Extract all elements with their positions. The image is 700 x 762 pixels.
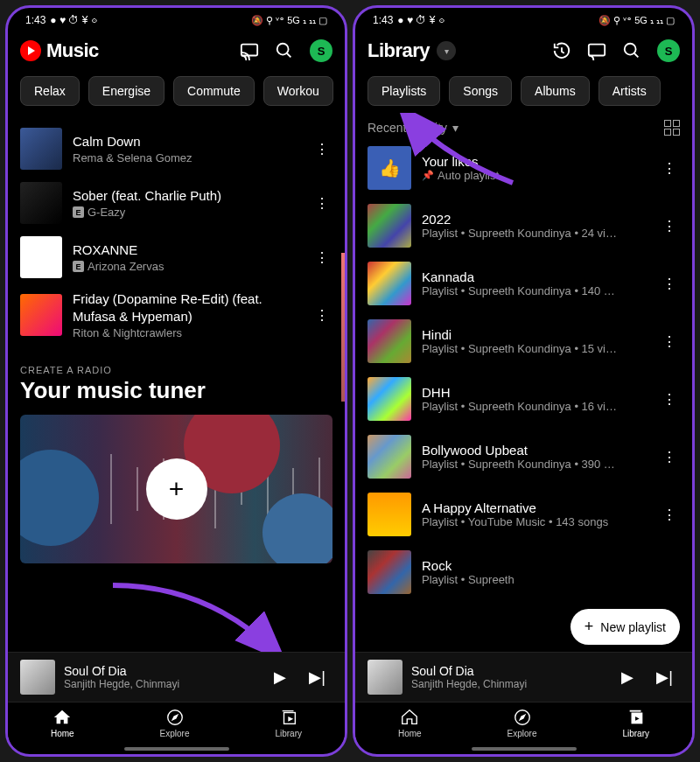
play-icon[interactable]: ▶ [614, 668, 640, 687]
playlist-row[interactable]: 👍 Your likes 📌Auto playlist ⋮ [368, 139, 680, 197]
history-icon[interactable] [552, 41, 571, 60]
cast-icon[interactable] [240, 41, 259, 60]
youtube-music-logo-icon [20, 40, 41, 61]
chip-albums[interactable]: Albums [521, 76, 590, 106]
status-time: 1:43 [373, 14, 393, 26]
song-row[interactable]: Friday (Dopamine Re-Edit) (feat. Mufasa … [20, 284, 332, 346]
account-avatar[interactable]: S [310, 39, 332, 62]
library-header: Library ▾ S [355, 32, 692, 69]
playlist-meta: Playlist • YouTube Music • 143 songs [422, 515, 648, 528]
playlist-title: Your likes [422, 154, 648, 169]
playlist-meta: Playlist • Supreeth Koundinya • 24 vi… [422, 227, 648, 240]
more-icon[interactable]: ⋮ [659, 276, 680, 292]
svg-rect-5 [589, 45, 605, 56]
playlist-row[interactable]: RockPlaylist • Supreeth [368, 543, 680, 601]
chip-commute[interactable]: Commute [173, 76, 255, 106]
nav-home[interactable]: Home [51, 708, 74, 738]
playlist-meta: Playlist • Supreeth Koundinya • 15 vi… [422, 342, 648, 355]
svg-line-2 [287, 53, 291, 58]
peek-next-card [341, 253, 345, 402]
next-icon[interactable]: ▶| [649, 668, 680, 687]
new-playlist-label: New playlist [600, 620, 666, 634]
cast-icon[interactable] [587, 41, 606, 60]
gesture-bar [124, 747, 229, 751]
song-artist: Arizona Zervas [88, 260, 164, 273]
more-icon[interactable]: ⋮ [659, 218, 680, 234]
playlist-thumbnail [368, 319, 411, 363]
mini-player[interactable]: Soul Of Dia Sanjith Hegde, Chinmayi ▶ ▶| [355, 652, 692, 702]
sort-dropdown[interactable]: Recent activity ▾ [368, 121, 458, 135]
next-icon[interactable]: ▶| [302, 668, 332, 687]
chip-energise[interactable]: Energise [88, 76, 164, 106]
chevron-down-icon[interactable]: ▾ [437, 41, 456, 60]
playlist-meta: Playlist • Supreeth [422, 573, 680, 586]
status-left-icons: ● ♥ ⏱ ¥ ⊙ [397, 14, 443, 26]
more-icon[interactable]: ⋮ [312, 141, 332, 157]
status-bar: 1:43 ● ♥ ⏱ ¥ ⊙ 🔕 ⚲ ᵛᵒ 5G ₁ ₁₁ ▢ [8, 8, 345, 32]
library-chip-row: Playlists Songs Albums Artists [355, 69, 692, 113]
playlist-row[interactable]: 2022Playlist • Supreeth Koundinya • 24 v… [368, 197, 680, 255]
search-icon[interactable] [622, 41, 641, 60]
more-icon[interactable]: ⋮ [659, 160, 680, 177]
chip-songs[interactable]: Songs [449, 76, 512, 106]
playlist-row[interactable]: Bollywood UpbeatPlaylist • Supreeth Koun… [368, 428, 680, 486]
music-tuner-card[interactable]: + [20, 415, 332, 563]
nav-library[interactable]: Library [275, 708, 302, 738]
status-right-icons: 🔕 ⚲ ᵛᵒ 5G ₁ ₁₁ ▢ [251, 15, 327, 26]
song-artist: G-Eazy [88, 206, 125, 219]
playlist-thumbnail [368, 550, 411, 594]
song-thumbnail [20, 182, 62, 224]
more-icon[interactable]: ⋮ [312, 307, 332, 324]
home-icon [52, 708, 72, 727]
song-title: Sober (feat. Charlie Puth) [73, 187, 301, 205]
playlist-row[interactable]: DHHPlaylist • Supreeth Koundinya • 16 vi… [368, 370, 680, 428]
search-icon[interactable] [275, 41, 294, 60]
mini-player[interactable]: Soul Of Dia Sanjith Hegde, Chinmayi ▶ ▶| [8, 652, 345, 702]
status-right-icons: 🔕 ⚲ ᵛᵒ 5G ₁ ₁₁ ▢ [598, 15, 675, 26]
playlist-title: Rock [422, 558, 680, 573]
more-icon[interactable]: ⋮ [659, 391, 680, 408]
more-icon[interactable]: ⋮ [659, 507, 680, 523]
nav-explore[interactable]: Explore [508, 708, 537, 738]
playlist-row[interactable]: HindiPlaylist • Supreeth Koundinya • 15 … [368, 312, 680, 370]
song-artist: Rema & Selena Gomez [73, 151, 192, 164]
screenshot-home: 1:43 ● ♥ ⏱ ¥ ⊙ 🔕 ⚲ ᵛᵒ 5G ₁ ₁₁ ▢ Music S … [5, 5, 347, 757]
song-row[interactable]: ROXANNE EArizona Zervas ⋮ [20, 230, 332, 284]
playlist-row[interactable]: KannadaPlaylist • Supreeth Koundinya • 1… [368, 255, 680, 312]
plus-icon: + [584, 618, 594, 636]
explicit-badge-icon: E [73, 206, 84, 218]
more-icon[interactable]: ⋮ [312, 195, 332, 212]
song-artist: Riton & Nightcrawlers [73, 326, 182, 339]
nav-library[interactable]: Library [622, 708, 649, 738]
sort-label: Recent activity [368, 121, 447, 135]
status-bar: 1:43 ● ♥ ⏱ ¥ ⊙ 🔕 ⚲ ᵛᵒ 5G ₁ ₁₁ ▢ [355, 8, 692, 32]
bottom-nav: Home Explore Library [355, 702, 692, 747]
playlist-thumbnail [368, 262, 411, 305]
more-icon[interactable]: ⋮ [659, 333, 680, 350]
account-avatar[interactable]: S [657, 39, 680, 62]
playlist-thumbnail [368, 204, 411, 248]
playlist-row[interactable]: A Happy AlternativePlaylist • YouTube Mu… [368, 486, 680, 543]
play-icon[interactable]: ▶ [267, 668, 293, 687]
playlist-meta: Auto playlist [438, 169, 499, 182]
playlist-meta: Playlist • Supreeth Koundinya • 16 vi… [422, 400, 648, 413]
nav-home[interactable]: Home [398, 708, 422, 738]
section-title: Your music tuner [20, 377, 332, 404]
plus-icon[interactable]: + [146, 458, 207, 520]
mini-player-title: Soul Of Dia [411, 664, 606, 678]
chip-playlists[interactable]: Playlists [368, 76, 440, 106]
chip-workout[interactable]: Workou [263, 76, 333, 106]
grid-view-icon[interactable] [664, 120, 680, 136]
song-row[interactable]: Calm Down Rema & Selena Gomez ⋮ [20, 122, 332, 176]
playlist-title: Hindi [422, 327, 648, 342]
more-icon[interactable]: ⋮ [659, 449, 680, 465]
app-title: Music [46, 39, 99, 62]
song-row[interactable]: Sober (feat. Charlie Puth) EG-Eazy ⋮ [20, 176, 332, 230]
song-list: Calm Down Rema & Selena Gomez ⋮ Sober (f… [20, 113, 332, 346]
nav-explore[interactable]: Explore [160, 708, 190, 738]
chip-relax[interactable]: Relax [20, 76, 80, 106]
thumbs-up-icon: 👍 [368, 146, 411, 190]
chip-artists[interactable]: Artists [598, 76, 661, 106]
new-playlist-button[interactable]: + New playlist [570, 609, 680, 645]
more-icon[interactable]: ⋮ [312, 249, 332, 266]
